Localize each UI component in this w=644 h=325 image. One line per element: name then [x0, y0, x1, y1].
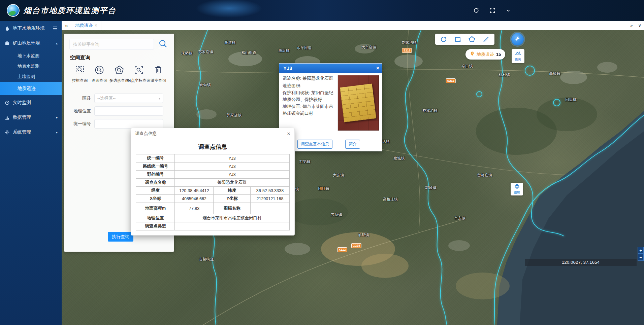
district-row: 区县 --选择区-- ▾	[69, 94, 169, 103]
tool-circle-query[interactable]: 画圆查询	[90, 65, 109, 83]
cell-value: 莱阳恐龙化石群	[175, 179, 289, 187]
cell-value: YJ3	[175, 162, 289, 171]
survey-basic-info-button[interactable]: 调查点基本信息	[297, 140, 332, 149]
location-input[interactable]	[94, 106, 163, 116]
tab-close-icon[interactable]: ×	[95, 23, 97, 28]
district-select[interactable]: --选择区-- ▾	[94, 94, 163, 103]
tool-label: 画圆查询	[92, 78, 107, 83]
geo-relics-count-badge[interactable]: 地质遗迹 15	[465, 49, 505, 60]
layers-button-label: 图层	[514, 190, 520, 195]
sidebar-item-realtime-monitor[interactable]: 实时监测	[0, 95, 62, 110]
table-row: 经度 120-38-45.4412 纬度 36-52-53.3338	[136, 187, 289, 195]
sidebar-item-label: 系统管理	[13, 129, 53, 135]
header-actions	[473, 0, 511, 21]
tab-geo-relics[interactable]: 地质遗迹 ×	[71, 21, 101, 30]
code-label: 统一编号	[69, 121, 91, 127]
survey-info-table: 统一编号 YJ3 路线统一编号 YJ3 野外编号 YJ3 调查点名称	[136, 154, 289, 230]
sidebar-item-label: 地下水地质环境	[13, 25, 50, 31]
table-row: 地理位置 烟台市莱阳市吕格庄镇金岗口村	[136, 214, 289, 222]
sidebar-item-soil-monitor[interactable]: 土壤监测	[0, 71, 62, 82]
search-button[interactable]	[157, 38, 169, 50]
survey-point-modal: 调查点信息 × 调查点信息 统一编号 YJ3 路线统一编号 YJ3	[131, 128, 295, 236]
layers-icon	[514, 183, 520, 190]
menu-collapse-icon[interactable]	[53, 26, 58, 31]
cell-value: 4085946.662	[175, 195, 214, 203]
sidebar-item-mine-env[interactable]: 矿山地质环境 ▴	[0, 36, 62, 50]
active-tool-button[interactable]	[511, 33, 524, 45]
sidebar-item-label: 矿山地质环境	[13, 40, 53, 46]
code-input[interactable]	[94, 119, 163, 129]
gear-icon	[5, 130, 10, 135]
map-town-label: 松山街道	[242, 50, 256, 55]
legend-button[interactable]: 图例	[512, 49, 524, 63]
badge-label: 地质遗迹	[477, 51, 494, 58]
badge-count: 15	[496, 52, 501, 57]
zoom-in-button[interactable]: +	[638, 247, 644, 254]
measure-icon[interactable]	[482, 36, 490, 43]
cell-value: 21290121.168	[251, 195, 289, 203]
sidebar-item-system-management[interactable]: 系统管理 ▾	[0, 125, 62, 140]
tool-label: 清空查询	[151, 78, 166, 83]
water-drop-icon	[5, 26, 10, 31]
zoom-out-button[interactable]: −	[638, 254, 644, 261]
execute-query-button[interactable]: 执行查询	[108, 232, 133, 242]
map-town-label: 团旺镇	[318, 186, 329, 191]
tool-label: 拉框查询	[72, 78, 88, 83]
refresh-icon[interactable]	[473, 7, 479, 13]
fullscreen-icon[interactable]	[489, 7, 495, 13]
popup-close-icon[interactable]: ×	[376, 66, 379, 71]
cell-value	[251, 203, 289, 214]
intro-button[interactable]: 简介	[345, 140, 360, 149]
field-label: 地理位置:	[283, 104, 301, 109]
cursor-coordinates: 120.0627, 37.1654	[525, 259, 637, 266]
sidebar-item-groundwater-env[interactable]: 地下水地质环境	[0, 21, 62, 36]
cell-value: 烟台市莱阳市吕格庄镇金岗口村	[175, 214, 289, 222]
tabs-more-icon[interactable]: ∨	[638, 23, 641, 28]
sidebar-item-groundwater-monitor[interactable]: 地下水监测	[0, 50, 62, 61]
road-shield-badge: X112	[337, 247, 347, 252]
road-shield-badge: S211	[446, 78, 456, 83]
map-town-label: 夏甸镇	[200, 82, 211, 87]
map-town-label: 庙后镇	[279, 48, 290, 53]
map-town-label: 桃村镇	[499, 72, 510, 77]
popup-fields: 遗迹名称: 莱阳恐龙化石群 遗迹面积: 保护利用现状: 莱阳白垩纪地质公园、保护…	[283, 75, 337, 116]
cell-value	[175, 222, 289, 230]
cell-value: 77.83	[175, 203, 214, 214]
tool-rect-query[interactable]: 拉框查询	[70, 65, 90, 83]
sidebar-item-geo-relics[interactable]: 地质遗迹	[0, 82, 62, 95]
map-viewport[interactable]: 金城镇朱桥镇苏家店镇驿道镇松山街道庙后镇东厅街道大辛店镇刘家沟镇亭口镇桃村镇高疃…	[62, 30, 644, 325]
sidebar-item-surfacewater-monitor[interactable]: 地表水监测	[0, 61, 62, 71]
tabs-scroll-right-icon[interactable]: »	[630, 23, 633, 28]
user-menu-chevron-icon[interactable]	[506, 8, 511, 13]
sidebar-item-data-management[interactable]: 数据管理 ▾	[0, 110, 62, 125]
tabs-collapse-left-icon[interactable]: «	[62, 23, 71, 28]
modal-header-title: 调查点信息	[135, 131, 287, 137]
query-form: 区县 --选择区-- ▾ 地理位置 统一编号	[69, 94, 169, 129]
modal-close-icon[interactable]: ×	[287, 131, 290, 137]
tool-label: 拐点坐标查询	[127, 78, 150, 83]
map-town-label: 大夼镇	[333, 173, 344, 178]
modal-header[interactable]: 调查点信息 ×	[131, 128, 294, 139]
relic-photo-thumbnail[interactable]	[337, 75, 379, 131]
circle-select-icon[interactable]	[440, 36, 447, 43]
field-label: 遗迹面积:	[283, 83, 301, 88]
chevron-up-icon: ▴	[56, 41, 58, 45]
tool-polygon-query[interactable]: 多边形查询	[109, 65, 129, 83]
cell-label: 统一编号	[136, 154, 175, 162]
bar-chart-icon	[5, 115, 10, 120]
popup-titlebar[interactable]: YJ3 ×	[279, 64, 382, 73]
keyword-search-input[interactable]	[69, 39, 154, 50]
cell-label: 调查点名称	[136, 179, 175, 187]
field-value: 莱阳恐龙化石群	[302, 76, 333, 81]
platform-title: 烟台市地质环境监测平台	[24, 5, 116, 16]
tool-clear-query[interactable]: 清空查询	[149, 65, 168, 83]
content-area: « 地质遗迹 × » ∨	[62, 21, 644, 325]
layers-button[interactable]: 图层	[511, 183, 523, 195]
tool-vertex-query[interactable]: 拐点坐标查询	[129, 65, 149, 83]
district-select-value: --选择区--	[97, 96, 116, 101]
polygon-select-icon[interactable]	[468, 36, 476, 43]
keyword-search-row	[69, 38, 169, 50]
circle-query-icon	[94, 65, 104, 76]
rectangle-select-icon[interactable]	[454, 36, 461, 43]
mine-briefcase-icon	[5, 41, 10, 46]
